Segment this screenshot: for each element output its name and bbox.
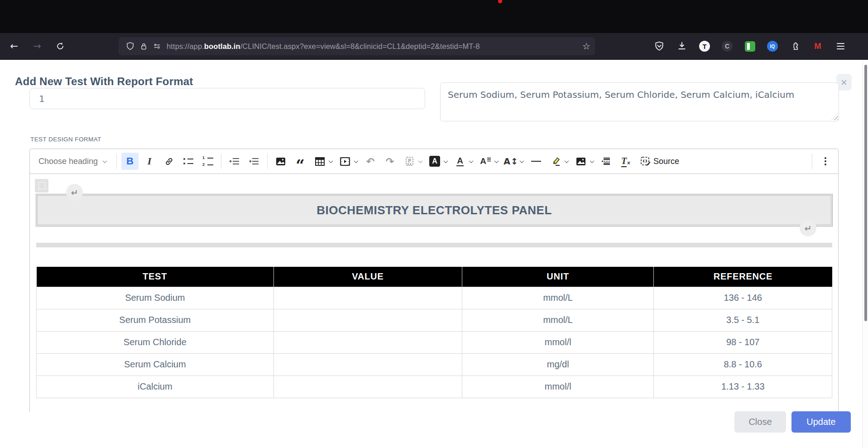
cell-reference[interactable]: 3.5 - 5.1 <box>654 309 832 331</box>
col-header-unit[interactable]: UNIT <box>462 267 653 287</box>
block-quote-button[interactable]: “ <box>292 153 309 170</box>
italic-button[interactable]: I <box>141 153 158 170</box>
image-options-button[interactable] <box>572 153 595 170</box>
report-table[interactable]: TEST VALUE UNIT REFERENCE Serum Sodium m… <box>36 267 832 398</box>
cell-value[interactable] <box>273 376 462 398</box>
col-header-reference[interactable]: REFERENCE <box>654 267 832 287</box>
browser-scrollbar-thumb[interactable] <box>864 65 867 321</box>
font-color-button[interactable]: A <box>451 153 475 170</box>
remove-format-icon: T <box>621 156 627 167</box>
outdent-icon <box>229 157 240 165</box>
permissions-icon[interactable] <box>150 39 164 53</box>
test-design-format-label: TEST DESIGN FORMAT <box>30 136 101 143</box>
cell-unit[interactable]: mmol/l <box>462 331 653 353</box>
insert-template-button[interactable] <box>401 153 424 170</box>
widget-drag-handle[interactable] <box>35 179 48 193</box>
toolbar-more-button[interactable] <box>817 153 834 170</box>
bookmark-star-icon[interactable]: ☆ <box>582 41 590 52</box>
extension-t-icon[interactable]: T <box>698 40 711 53</box>
font-size-icon: A↕ <box>504 156 518 166</box>
cell-test[interactable]: Serum Sodium <box>37 287 274 309</box>
tracking-protection-shield-icon[interactable] <box>123 39 137 53</box>
update-button[interactable]: Update <box>791 411 851 433</box>
image-icon <box>576 157 586 166</box>
reload-icon <box>56 42 65 51</box>
cell-test[interactable]: iCalcium <box>37 376 274 398</box>
chevron-down-icon <box>469 159 474 163</box>
extension-c-icon[interactable]: C <box>721 40 734 53</box>
table-icon <box>315 157 325 166</box>
url-path: /CLINIC/test.aspx?exe=view&sl=8&clinicid… <box>240 42 480 50</box>
lock-icon[interactable] <box>137 39 150 53</box>
downloads-icon[interactable] <box>676 40 688 53</box>
insert-paragraph-before-button[interactable]: ↵ <box>66 184 83 201</box>
cell-value[interactable] <box>273 331 462 353</box>
cell-reference[interactable]: 98 - 107 <box>654 331 832 353</box>
chevron-down-icon <box>590 159 595 163</box>
insert-media-button[interactable] <box>336 153 360 170</box>
url-domain: bootlab.in <box>204 42 240 50</box>
cell-unit[interactable]: mg/dl <box>462 353 653 376</box>
menu-hamburger-icon[interactable] <box>834 40 847 53</box>
back-button[interactable]: ← <box>6 39 22 54</box>
numbered-list-button[interactable]: 1 2 <box>199 153 216 170</box>
editor-toolbar: Choose heading B I 1 2 <box>30 149 838 174</box>
pocket-icon[interactable] <box>653 40 666 53</box>
editor-content[interactable]: ↵ BIOCHEMISTRY ELECTROLYTES PANEL ↵ TEST… <box>30 174 838 413</box>
cell-test[interactable]: Serum Chloride <box>37 331 274 353</box>
source-button[interactable]: Source <box>637 153 683 170</box>
chevron-down-icon <box>418 159 423 163</box>
undo-button[interactable]: ↶ <box>362 153 379 170</box>
insert-image-button[interactable] <box>272 153 289 170</box>
indent-button[interactable] <box>245 153 263 170</box>
url-bar[interactable]: https://app.bootlab.in/CLINIC/test.aspx?… <box>119 37 595 55</box>
bold-button[interactable]: B <box>121 153 139 170</box>
extensions-puzzle-icon[interactable] <box>789 40 801 53</box>
outdent-button[interactable] <box>226 153 243 170</box>
bulleted-list-icon <box>183 158 193 164</box>
modal-title: Add New Test With Report Format <box>15 75 193 88</box>
link-button[interactable] <box>160 153 177 170</box>
forward-button[interactable]: → <box>29 39 45 54</box>
components-textarea[interactable]: Serum Sodium, Serum Potassium, Serum Chl… <box>440 82 839 121</box>
horizontal-line-icon <box>531 161 541 162</box>
browser-scrollbar-track[interactable] <box>862 60 868 448</box>
extension-m-icon[interactable]: M <box>811 40 824 53</box>
font-size-button[interactable]: A↕ <box>502 153 525 170</box>
cell-test[interactable]: Serum Potassium <box>37 309 274 331</box>
more-options-icon <box>825 157 826 165</box>
close-button[interactable]: Close <box>734 411 786 433</box>
cell-reference[interactable]: 8.8 - 10.6 <box>654 353 832 376</box>
col-header-value[interactable]: VALUE <box>273 267 462 287</box>
cell-reference[interactable]: 136 - 146 <box>654 287 832 309</box>
cell-value[interactable] <box>273 287 462 309</box>
cell-value[interactable] <box>273 309 462 331</box>
cell-unit[interactable]: mmol/L <box>462 287 653 309</box>
browser-toolbar: ← → https://app.bootlab.i <box>0 33 868 60</box>
horizontal-line-button[interactable] <box>528 153 545 170</box>
extension-iq-icon[interactable]: IQ <box>766 40 779 53</box>
redo-button[interactable]: ↷ <box>381 153 398 170</box>
insert-table-button[interactable] <box>311 153 334 170</box>
remove-format-button[interactable]: T × <box>617 153 634 170</box>
highlight-button[interactable] <box>547 153 570 170</box>
font-background-color-button[interactable]: A <box>426 153 449 170</box>
serial-input[interactable] <box>29 88 425 109</box>
cell-reference[interactable]: 1.13 - 1.33 <box>654 376 832 398</box>
bulleted-list-button[interactable] <box>180 153 197 170</box>
url-scheme: https://app. <box>167 42 204 50</box>
col-header-test[interactable]: TEST <box>37 267 274 287</box>
page-break-button[interactable] <box>598 153 615 170</box>
cell-test[interactable]: Serum Calcium <box>37 353 274 376</box>
cell-value[interactable] <box>273 353 462 376</box>
cell-unit[interactable]: mmol/l <box>462 376 653 398</box>
font-family-button[interactable]: A <box>477 153 500 170</box>
cell-unit[interactable]: mmol/L <box>462 309 653 331</box>
heading-dropdown[interactable]: Choose heading <box>34 153 112 170</box>
panel-header-table[interactable]: BIOCHEMISTRY ELECTROLYTES PANEL <box>36 194 833 226</box>
url-text[interactable]: https://app.bootlab.in/CLINIC/test.aspx?… <box>167 42 579 51</box>
extension-green-icon[interactable] <box>743 40 756 53</box>
panel-title[interactable]: BIOCHEMISTRY ELECTROLYTES PANEL <box>317 203 552 217</box>
insert-paragraph-after-button[interactable]: ↵ <box>800 220 816 236</box>
reload-button[interactable] <box>53 39 68 54</box>
